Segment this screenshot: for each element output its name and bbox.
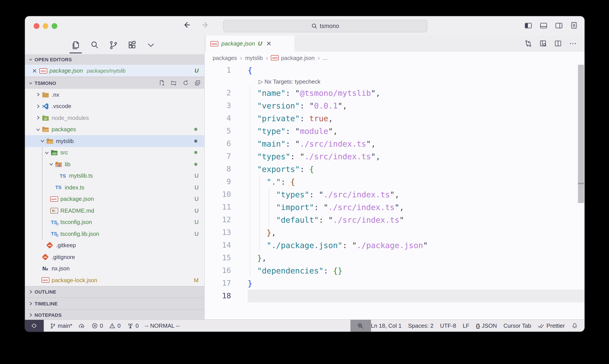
extensions-icon[interactable] [127, 39, 137, 50]
code-line-17[interactable]: 17} [205, 277, 584, 290]
statusbar-label: main* [58, 323, 72, 329]
tree-item--gitkeep[interactable]: .gitkeep [25, 240, 204, 251]
breadcrumb-item[interactable]: packages [213, 54, 237, 61]
chevron-down-icon[interactable] [48, 162, 54, 167]
tree-item-src[interactable]: </>src [25, 147, 204, 158]
command-center-search[interactable]: tsmono [223, 20, 428, 32]
statusbar-cursor-position[interactable]: Ln 18, Col 1 [371, 323, 402, 329]
back-arrow-icon[interactable] [182, 21, 191, 29]
statusbar-encoding[interactable]: UTF-8 [440, 323, 456, 329]
statusbar-remote-indicator[interactable] [25, 320, 44, 332]
code-line-7[interactable]: 7 "types": "./src/index.ts", [205, 150, 584, 163]
statusbar-git-branch[interactable]: main* [50, 323, 72, 329]
statusbar-language-mode[interactable]: {}JSON [476, 323, 497, 329]
explorer-section-header[interactable]: TSMONO [25, 77, 204, 89]
chevron-down-icon[interactable] [146, 39, 156, 50]
code-line-13[interactable]: 13 }, [205, 226, 584, 239]
close-tab-icon[interactable] [266, 41, 272, 46]
code-line-10[interactable]: 10 "types": "./src/index.ts", [205, 188, 584, 201]
close-window-button[interactable] [34, 23, 39, 29]
tree-item--vscode[interactable]: .vscode [25, 100, 204, 112]
breadcrumb-item[interactable]: ... [323, 54, 328, 61]
statusbar-screencast-zoom[interactable] [350, 320, 371, 332]
sidebar-section-outline[interactable]: OUTLINE [25, 286, 204, 298]
ellipsis-icon[interactable] [569, 39, 577, 48]
sidebar-section-notepads[interactable]: NOTEPADS [25, 309, 204, 321]
chevron-down-icon[interactable] [43, 151, 50, 155]
code-line-5[interactable]: 5 "type": "module", [205, 125, 584, 137]
code-line-11[interactable]: 11 "import": "./src/index.ts", [205, 201, 584, 213]
statusbar-errors[interactable]: 0 [92, 323, 103, 329]
code-line-14[interactable]: 14 "./package.json": "./package.json" [205, 239, 584, 252]
statusbar-vim-mode[interactable]: -- NORMAL -- [145, 323, 180, 329]
statusbar-notifications[interactable] [571, 323, 578, 329]
layout-controls [524, 21, 578, 30]
code-editor[interactable]: 1{▷ Nx Targets: typecheck2 "name": "@tsm… [205, 64, 584, 320]
chevron-down-icon[interactable] [39, 139, 46, 143]
forward-arrow-icon[interactable] [201, 21, 209, 29]
breadcrumb-item[interactable]: npmpackage.json [271, 54, 315, 61]
open-editor-item[interactable]: npm package.json packages/mytslib U [25, 65, 204, 77]
search-icon[interactable] [89, 39, 100, 50]
code-line-18[interactable]: 18 [205, 290, 584, 302]
tree-item-tsconfig-lib-json[interactable]: TStsconfig.lib.jsonU [25, 228, 204, 240]
code-line-9[interactable]: 9 ".": { [205, 175, 584, 188]
code-line-4[interactable]: 4 "private": true, [205, 112, 584, 125]
split-icon[interactable] [554, 39, 562, 48]
tree-item--nx[interactable]: .nx [25, 89, 204, 100]
panel-right-icon[interactable] [554, 21, 563, 30]
new-folder-icon[interactable] [170, 79, 177, 86]
code-line-3[interactable]: 3 "version": "0.0.1", [205, 99, 584, 112]
codelens-nx-targets[interactable]: ▷ Nx Targets: typecheck [205, 77, 584, 87]
tree-item-readme-md[interactable]: M↓README.mdU [25, 205, 204, 216]
tree-item-package-lock-json[interactable]: npmpackage-lock.jsonM [25, 274, 204, 286]
close-icon[interactable] [32, 68, 37, 73]
code-line-2[interactable]: 2 "name": "@tsmono/mytslib", [205, 87, 584, 99]
tree-item-node-modules[interactable]: JSnode_modules [25, 112, 204, 124]
tab-package-json[interactable]: npm package.json U [206, 35, 294, 52]
statusbar-ports[interactable]: 0 [127, 322, 139, 329]
code-line-8[interactable]: 8 "exports": { [205, 163, 584, 175]
code-line-6[interactable]: 6 "main": "./src/index.ts", [205, 137, 584, 150]
chevron-right-icon[interactable] [35, 116, 41, 120]
folder-lib-icon [54, 161, 63, 167]
new-file-icon[interactable] [158, 79, 165, 86]
statusbar-publish[interactable] [78, 322, 86, 329]
code-line-1[interactable]: 1{ [205, 64, 584, 77]
chevron-down-icon[interactable] [35, 127, 41, 132]
code-line-12[interactable]: 12 "default": "./src/index.ts" [205, 213, 584, 226]
chevron-right-icon[interactable] [35, 104, 41, 108]
zoom-window-button[interactable] [52, 23, 57, 29]
open-editors-header[interactable]: OPEN EDITORS [25, 54, 204, 65]
statusbar-cursor-tab[interactable]: Cursor Tab [504, 323, 531, 329]
tree-item-label: mytslib.ts [69, 173, 93, 179]
code-line-15[interactable]: 15 }, [205, 252, 584, 264]
collapse-all-icon[interactable] [194, 79, 201, 86]
statusbar-formatter[interactable]: Prettier [538, 322, 565, 329]
source-control-icon[interactable] [108, 39, 118, 50]
breadcrumb-item[interactable]: mytslib [245, 54, 263, 61]
panel-bottom-icon[interactable] [539, 21, 548, 30]
refresh-icon[interactable] [182, 79, 189, 86]
tree-item-tsconfig-json[interactable]: TStsconfig.jsonU [25, 216, 204, 228]
panel-left-icon[interactable] [524, 21, 532, 30]
chevron-right-icon[interactable] [35, 92, 41, 97]
statusbar-warnings[interactable]: 0 [109, 323, 120, 329]
tree-item-lib[interactable]: lib [25, 158, 204, 170]
explorer-icon[interactable] [70, 39, 81, 50]
code-line-16[interactable]: 16 "dependencies": {} [205, 264, 584, 277]
tree-item--gitignore[interactable]: .gitignore [25, 251, 204, 263]
tree-item-mytslib[interactable]: mytslib [25, 135, 204, 147]
minimize-window-button[interactable] [43, 23, 48, 29]
preview-icon[interactable] [539, 39, 547, 48]
sidebar-section-timeline[interactable]: TIMELINE [25, 298, 204, 309]
tree-item-index-ts[interactable]: TSindex.tsU [25, 182, 204, 193]
tree-item-package-json[interactable]: npmpackage.jsonU [25, 193, 204, 205]
statusbar-eol[interactable]: LF [463, 323, 469, 329]
tree-item-nx-json[interactable]: Nxnx.json [25, 263, 204, 274]
statusbar-indentation[interactable]: Spaces: 2 [408, 323, 434, 329]
tree-item-packages[interactable]: packages [25, 124, 204, 135]
tree-item-mytslib-ts[interactable]: TSmytslib.tsU [25, 170, 204, 182]
sync-icon[interactable] [524, 39, 532, 48]
gear-icon[interactable] [570, 21, 578, 30]
